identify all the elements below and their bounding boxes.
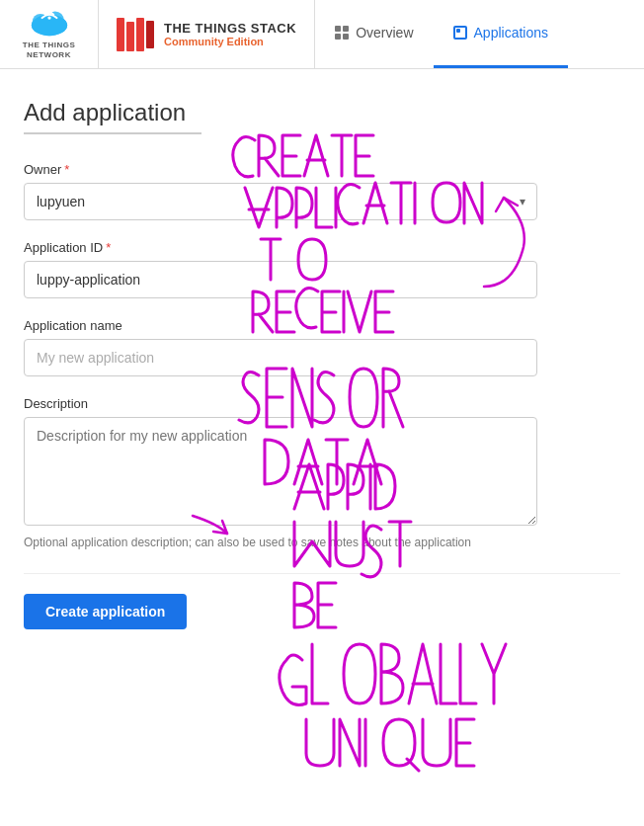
nav-applications[interactable]: Applications bbox=[434, 0, 569, 68]
overview-label: Overview bbox=[356, 25, 413, 41]
page-title: Add application bbox=[24, 99, 620, 126]
nav-overview[interactable]: Overview bbox=[315, 0, 433, 68]
app-name-group: Application name bbox=[24, 318, 620, 376]
top-navigation: THE THINGSNETWORK THE THINGS STACK Commu… bbox=[0, 0, 644, 69]
description-hint: Optional application description; can al… bbox=[24, 536, 620, 549]
ttn-logo[interactable]: THE THINGSNETWORK bbox=[0, 0, 99, 68]
brand-text: THE THINGS STACK Community Edition bbox=[164, 21, 296, 47]
app-name-label: Application name bbox=[24, 318, 620, 333]
description-input[interactable] bbox=[24, 417, 537, 526]
overview-icon bbox=[335, 26, 349, 40]
app-id-required: * bbox=[106, 240, 111, 255]
description-label: Description bbox=[24, 396, 620, 411]
owner-required: * bbox=[64, 162, 69, 177]
brand-edition: Community Edition bbox=[164, 36, 296, 47]
owner-select[interactable]: lupyuen bbox=[24, 183, 537, 220]
nav-items: Overview Applications bbox=[315, 0, 644, 68]
brand-books-icon bbox=[117, 18, 154, 51]
app-id-input[interactable] bbox=[24, 261, 537, 298]
ttn-label: THE THINGSNETWORK bbox=[23, 41, 75, 59]
svg-point-4 bbox=[47, 16, 50, 19]
create-application-button[interactable]: Create application bbox=[24, 594, 187, 629]
applications-label: Applications bbox=[474, 25, 549, 41]
owner-select-wrapper: lupyuen ▾ bbox=[24, 183, 537, 220]
main-content: Add application Owner* lupyuen ▾ Applica… bbox=[0, 69, 644, 826]
app-id-group: Application ID* bbox=[24, 240, 620, 298]
owner-group: Owner* lupyuen ▾ bbox=[24, 162, 620, 220]
applications-icon bbox=[453, 26, 467, 40]
app-id-label: Application ID* bbox=[24, 240, 620, 255]
ttn-cloud-icon bbox=[28, 9, 71, 37]
brand-logo[interactable]: THE THINGS STACK Community Edition bbox=[99, 0, 315, 68]
submit-area: Create application bbox=[24, 573, 620, 629]
app-name-input[interactable] bbox=[24, 339, 537, 376]
brand-name: THE THINGS STACK bbox=[164, 21, 296, 36]
owner-label: Owner* bbox=[24, 162, 620, 177]
title-underline bbox=[24, 132, 201, 134]
description-group: Description Optional application descrip… bbox=[24, 396, 620, 549]
